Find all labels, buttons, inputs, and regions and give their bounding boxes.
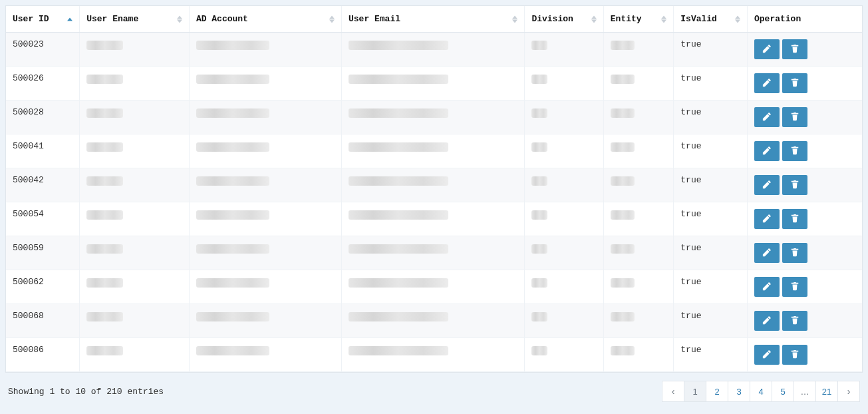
page-last[interactable]: 21 <box>815 381 838 402</box>
cell-is-valid: true <box>674 338 748 372</box>
edit-button[interactable] <box>754 345 780 365</box>
col-header-user-id[interactable]: User ID <box>6 6 80 33</box>
table-row: 500059true <box>6 236 862 270</box>
edit-button[interactable] <box>754 141 780 161</box>
cell-operation <box>747 202 862 236</box>
trash-icon <box>790 282 799 293</box>
edit-button[interactable] <box>754 39 780 59</box>
cell-user-ename <box>80 168 190 202</box>
cell-division <box>525 33 603 67</box>
col-label: IsValid <box>680 14 717 24</box>
sort-asc-icon <box>67 17 72 21</box>
cell-ad-account <box>189 134 341 168</box>
page-next[interactable]: › <box>837 381 860 402</box>
col-header-ad-account[interactable]: AD Account <box>189 6 341 33</box>
col-header-user-ename[interactable]: User Ename <box>80 6 190 33</box>
edit-icon <box>762 112 772 123</box>
edit-button[interactable] <box>754 175 780 195</box>
cell-is-valid: true <box>674 101 748 134</box>
cell-user-id: 500028 <box>6 101 80 134</box>
delete-button[interactable] <box>782 107 807 127</box>
cell-division <box>525 338 603 372</box>
col-header-division[interactable]: Division <box>525 6 603 33</box>
cell-user-id: 500086 <box>6 338 80 372</box>
edit-icon <box>762 146 772 157</box>
cell-is-valid: true <box>674 134 748 168</box>
delete-button[interactable] <box>782 311 807 331</box>
cell-ad-account <box>189 67 341 101</box>
cell-user-ename <box>80 101 190 134</box>
cell-user-id: 500068 <box>6 304 80 338</box>
cell-division <box>525 270 603 304</box>
sort-icon <box>591 15 597 23</box>
col-label: User ID <box>13 14 49 24</box>
page-number[interactable]: 5 <box>772 381 794 402</box>
cell-ad-account <box>189 33 341 67</box>
page-number[interactable]: 2 <box>706 381 728 402</box>
table-footer: Showing 1 to 10 of 210 entries ‹ 12345 …… <box>5 373 863 405</box>
cell-user-ename <box>80 67 190 101</box>
cell-user-email <box>341 168 524 202</box>
cell-operation <box>747 33 862 67</box>
col-label: Division <box>531 14 573 24</box>
delete-button[interactable] <box>782 209 807 229</box>
page-number[interactable]: 3 <box>728 381 750 402</box>
cell-user-ename <box>80 270 190 304</box>
edit-button[interactable] <box>754 107 780 127</box>
cell-operation <box>747 236 862 270</box>
edit-button[interactable] <box>754 311 780 331</box>
cell-entity <box>603 101 674 134</box>
cell-ad-account <box>189 236 341 270</box>
col-label: Operation <box>754 14 801 24</box>
cell-entity <box>603 236 674 270</box>
cell-user-email <box>341 67 524 101</box>
delete-button[interactable] <box>782 39 807 59</box>
delete-button[interactable] <box>782 141 807 161</box>
edit-button[interactable] <box>754 73 780 93</box>
cell-division <box>525 202 603 236</box>
cell-user-ename <box>80 338 190 372</box>
page-prev[interactable]: ‹ <box>662 381 684 402</box>
edit-icon <box>762 180 772 191</box>
cell-is-valid: true <box>674 168 748 202</box>
trash-icon <box>790 112 799 123</box>
cell-division <box>525 134 603 168</box>
cell-ad-account <box>189 304 341 338</box>
delete-button[interactable] <box>782 345 807 365</box>
delete-button[interactable] <box>782 243 807 263</box>
cell-user-id: 500041 <box>6 134 80 168</box>
table-row: 500023true <box>6 33 862 67</box>
edit-icon <box>762 214 772 225</box>
edit-button[interactable] <box>754 277 780 297</box>
table-row: 500068true <box>6 304 862 338</box>
cell-user-ename <box>80 202 190 236</box>
cell-division <box>525 168 603 202</box>
cell-user-email <box>341 202 524 236</box>
col-label: User Email <box>349 14 400 24</box>
cell-is-valid: true <box>674 33 748 67</box>
trash-icon <box>790 214 799 225</box>
col-header-user-email[interactable]: User Email <box>341 6 524 33</box>
page-number[interactable]: 4 <box>750 381 772 402</box>
edit-icon <box>762 315 772 327</box>
table-row: 500054true <box>6 202 862 236</box>
table-row: 500028true <box>6 101 862 134</box>
delete-button[interactable] <box>782 175 807 195</box>
edit-icon <box>762 282 772 293</box>
sort-icon <box>177 15 182 23</box>
cell-division <box>525 101 603 134</box>
edit-button[interactable] <box>754 243 780 263</box>
col-label: Entity <box>611 14 642 24</box>
col-header-entity[interactable]: Entity <box>603 6 674 33</box>
delete-button[interactable] <box>782 277 807 297</box>
col-header-is-valid[interactable]: IsValid <box>674 6 748 33</box>
cell-user-ename <box>80 236 190 270</box>
edit-button[interactable] <box>754 209 780 229</box>
delete-button[interactable] <box>782 73 807 93</box>
entries-info: Showing 1 to 10 of 210 entries <box>8 387 164 397</box>
table-body: 500023true500026true500028true500041true… <box>6 33 862 372</box>
cell-entity <box>603 67 674 101</box>
cell-user-email <box>341 101 524 134</box>
cell-user-id: 500054 <box>6 202 80 236</box>
table-header-row: User ID User Ename AD Account <box>6 6 862 33</box>
